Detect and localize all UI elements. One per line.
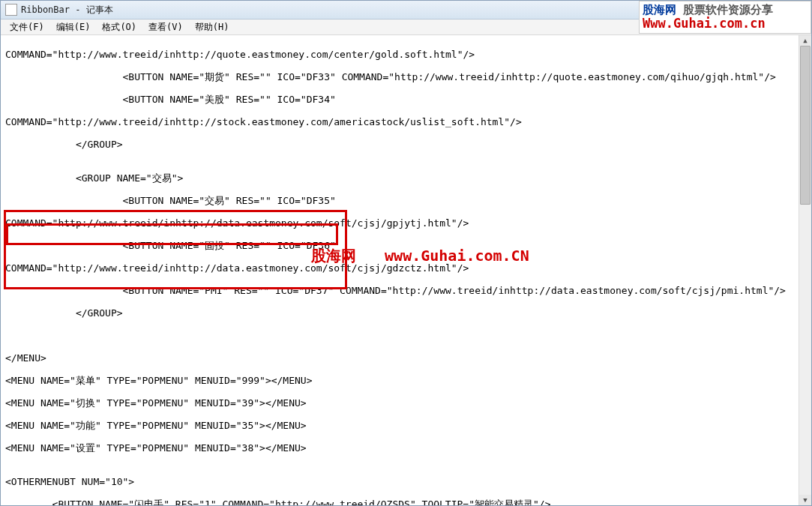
text-line: <MENU NAME="菜单" TYPE="POPMENU" MENUID="9… bbox=[5, 375, 807, 386]
text-line: <BUTTON NAME="期货" RES="" ICO="DF33" COMM… bbox=[5, 71, 807, 82]
text-line: </GROUP> bbox=[5, 139, 807, 150]
notepad-window: RibbonBar - 记事本 — □ ✕ 文件(F) 编辑(E) 格式(O) … bbox=[0, 0, 812, 506]
text-line: COMMAND="http://www.treeid/inhttp://data… bbox=[5, 262, 807, 274]
text-line: <MENU NAME="设置" TYPE="POPMENU" MENUID="3… bbox=[5, 442, 807, 454]
menu-file[interactable]: 文件(F) bbox=[4, 19, 50, 35]
brand-line1: 股海网 股票软件资源分享 bbox=[643, 3, 808, 16]
text-line: COMMAND="http://www.treeid/inhttp://stoc… bbox=[5, 116, 807, 127]
text-line: <OTHERMENUBT NUM="10"> bbox=[5, 476, 807, 487]
text-line: </GROUP> bbox=[5, 307, 807, 319]
text-line: <BUTTON NAME="闪电手" RES="1" COMMAND="http… bbox=[5, 499, 807, 505]
text-line: <MENU NAME="切换" TYPE="POPMENU" MENUID="3… bbox=[5, 397, 807, 409]
text-line: <BUTTON NAME="美股" RES="" ICO="DF34" bbox=[5, 94, 807, 105]
text-line: <MENU NAME="功能" TYPE="POPMENU" MENUID="3… bbox=[5, 420, 807, 431]
app-icon bbox=[5, 4, 17, 16]
brand-overlay: 股海网 股票软件资源分享 Www.Guhai.com.cn bbox=[639, 1, 811, 34]
scroll-thumb[interactable] bbox=[800, 46, 811, 205]
vertical-scrollbar[interactable]: ▲ ▼ bbox=[799, 35, 811, 505]
text-line: COMMAND="http://www.treeid/inhttp://quot… bbox=[5, 49, 807, 60]
text-line: <BUTTON NAME="固投" RES="" ICO="DF36" bbox=[5, 240, 807, 251]
scroll-up-icon[interactable]: ▲ bbox=[799, 35, 811, 46]
window-title: RibbonBar - 记事本 bbox=[21, 4, 113, 16]
menu-help[interactable]: 帮助(H) bbox=[189, 19, 235, 35]
text-line: <GROUP NAME="交易"> bbox=[5, 172, 807, 184]
menu-format[interactable]: 格式(O) bbox=[96, 19, 142, 35]
text-line: <BUTTON NAME="PMI" RES="" ICO="DF37" COM… bbox=[5, 285, 807, 296]
text-line: </MENU> bbox=[5, 352, 807, 364]
text-line: COMMAND="http://www.treeid/inhttp://data… bbox=[5, 217, 807, 229]
brand-url: Www.Guhai.com.cn bbox=[643, 16, 808, 30]
brand-name: 股海网 bbox=[643, 3, 676, 16]
scroll-down-icon[interactable]: ▼ bbox=[799, 495, 811, 505]
menu-view[interactable]: 查看(V) bbox=[142, 19, 189, 35]
text-area[interactable]: COMMAND="http://www.treeid/inhttp://quot… bbox=[1, 35, 811, 505]
menu-edit[interactable]: 编辑(E) bbox=[50, 19, 97, 35]
text-line: <BUTTON NAME="交易" RES="" ICO="DF35" bbox=[5, 195, 807, 206]
brand-tagline: 股票软件资源分享 bbox=[676, 3, 773, 16]
